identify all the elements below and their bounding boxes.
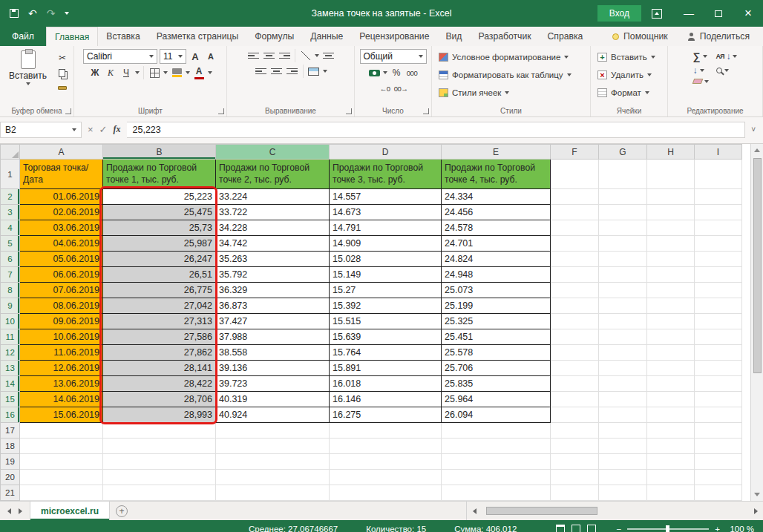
- row-header-18[interactable]: 18: [1, 439, 20, 454]
- cell-H10[interactable]: [647, 314, 695, 329]
- cell-H7[interactable]: [647, 267, 695, 283]
- cell-C3[interactable]: 33.722: [216, 205, 330, 220]
- cell-H2[interactable]: [647, 189, 695, 205]
- vertical-scroll-thumb[interactable]: [753, 158, 762, 373]
- vertical-scrollbar[interactable]: [750, 144, 763, 501]
- cell-F15[interactable]: [551, 392, 599, 407]
- redo-icon[interactable]: ↷: [47, 8, 56, 19]
- cell-D4[interactable]: 14.791: [330, 220, 442, 236]
- row-header-3[interactable]: 3: [1, 205, 20, 220]
- ribbon-display-options-icon[interactable]: [652, 9, 662, 19]
- cell-I2[interactable]: [695, 189, 742, 205]
- cell-C16[interactable]: 40.924: [216, 407, 330, 423]
- cell-D1[interactable]: Продажи по Торговой точке 3, тыс. руб.: [330, 160, 442, 189]
- cell-B21[interactable]: [103, 485, 216, 501]
- tab-Разметка страницы[interactable]: Разметка страницы: [148, 27, 247, 46]
- maximize-button[interactable]: [704, 0, 733, 27]
- enter-check-icon[interactable]: ✓: [99, 124, 108, 135]
- tab-Вставка[interactable]: Вставка: [98, 27, 148, 46]
- cell-D8[interactable]: 15.27: [330, 283, 442, 298]
- cell-F6[interactable]: [551, 252, 599, 267]
- cell-A10[interactable]: 09.06.2019: [20, 314, 103, 329]
- conditional-formatting-button[interactable]: Условное форматирование: [436, 49, 586, 65]
- orientation-dropdown-icon[interactable]: [315, 54, 319, 57]
- cell-I15[interactable]: [695, 392, 742, 407]
- cell-G9[interactable]: [599, 298, 647, 314]
- cell-A6[interactable]: 05.06.2019: [20, 252, 103, 267]
- minimize-button[interactable]: —: [674, 0, 704, 27]
- cell-D20[interactable]: [330, 470, 442, 485]
- cell-F12[interactable]: [551, 345, 599, 361]
- align-middle-button[interactable]: [262, 49, 275, 62]
- cell-H11[interactable]: [647, 329, 695, 345]
- cell-E20[interactable]: [442, 470, 551, 485]
- row-header-11[interactable]: 11: [1, 329, 20, 345]
- cell-D15[interactable]: 16.146: [330, 392, 442, 407]
- cell-G16[interactable]: [599, 407, 647, 423]
- cell-I20[interactable]: [695, 470, 742, 485]
- cell-G4[interactable]: [599, 220, 647, 236]
- cell-F14[interactable]: [551, 376, 599, 392]
- cell-D6[interactable]: 15.028: [330, 252, 442, 267]
- cell-G3[interactable]: [599, 205, 647, 220]
- cell-B14[interactable]: 28,422: [103, 376, 216, 392]
- sheet-tab-microexcel[interactable]: microexcel.ru: [30, 502, 110, 520]
- cell-E5[interactable]: 24.701: [442, 236, 551, 252]
- cell-D17[interactable]: [330, 423, 442, 439]
- tab-Разработчик[interactable]: Разработчик: [470, 27, 539, 46]
- cell-F16[interactable]: [551, 407, 599, 423]
- align-right-button[interactable]: [286, 65, 299, 78]
- column-header-E[interactable]: E: [442, 145, 551, 160]
- cell-C21[interactable]: [216, 485, 330, 501]
- orientation-button[interactable]: [299, 49, 312, 62]
- cell-C17[interactable]: [216, 423, 330, 439]
- format-cells-button[interactable]: Формат: [595, 85, 664, 100]
- cell-D10[interactable]: 15.515: [330, 314, 442, 329]
- cell-H8[interactable]: [647, 283, 695, 298]
- cell-G17[interactable]: [599, 423, 647, 439]
- cell-E11[interactable]: 25.451: [442, 329, 551, 345]
- cell-G1[interactable]: [599, 160, 647, 189]
- font-dialog-launcher-icon[interactable]: [218, 108, 224, 114]
- row-header-8[interactable]: 8: [1, 283, 20, 298]
- cell-C13[interactable]: 39.136: [216, 361, 330, 376]
- row-header-10[interactable]: 10: [1, 314, 20, 329]
- cell-H19[interactable]: [647, 454, 695, 470]
- cell-I11[interactable]: [695, 329, 742, 345]
- cell-I6[interactable]: [695, 252, 742, 267]
- column-header-G[interactable]: G: [599, 145, 647, 160]
- cell-D21[interactable]: [330, 485, 442, 501]
- zoom-level[interactable]: 100 %: [726, 525, 754, 532]
- cell-A4[interactable]: 03.06.2019: [20, 220, 103, 236]
- percent-button[interactable]: %: [390, 66, 403, 79]
- cell-F8[interactable]: [551, 283, 599, 298]
- cell-F5[interactable]: [551, 236, 599, 252]
- cell-A18[interactable]: [20, 439, 103, 454]
- sort-filter-button[interactable]: АЯ↓: [716, 50, 738, 62]
- cell-F17[interactable]: [551, 423, 599, 439]
- cell-E10[interactable]: 25.325: [442, 314, 551, 329]
- cell-F7[interactable]: [551, 267, 599, 283]
- cell-F9[interactable]: [551, 298, 599, 314]
- cell-H14[interactable]: [647, 376, 695, 392]
- cell-D5[interactable]: 14.909: [330, 236, 442, 252]
- cell-A12[interactable]: 11.06.2019: [20, 345, 103, 361]
- cell-C14[interactable]: 39.723: [216, 376, 330, 392]
- zoom-out-icon[interactable]: −: [617, 525, 622, 532]
- row-header-5[interactable]: 5: [1, 236, 20, 252]
- cell-A13[interactable]: 12.06.2019: [20, 361, 103, 376]
- cell-B7[interactable]: 26,51: [103, 267, 216, 283]
- share-button[interactable]: Поделиться: [687, 31, 750, 42]
- increase-decimal-button[interactable]: ←0: [379, 82, 392, 95]
- select-all-button[interactable]: [1, 145, 20, 160]
- font-family-select[interactable]: Calibri: [83, 49, 157, 64]
- cell-G12[interactable]: [599, 345, 647, 361]
- zoom-slider[interactable]: [627, 528, 709, 530]
- zoom-slider-thumb[interactable]: [666, 525, 669, 532]
- cell-B16[interactable]: 28,993: [103, 407, 216, 423]
- cell-I7[interactable]: [695, 267, 742, 283]
- name-box[interactable]: B2: [0, 122, 82, 138]
- cell-F11[interactable]: [551, 329, 599, 345]
- cell-G19[interactable]: [599, 454, 647, 470]
- cell-styles-button[interactable]: Стили ячеек: [436, 85, 586, 100]
